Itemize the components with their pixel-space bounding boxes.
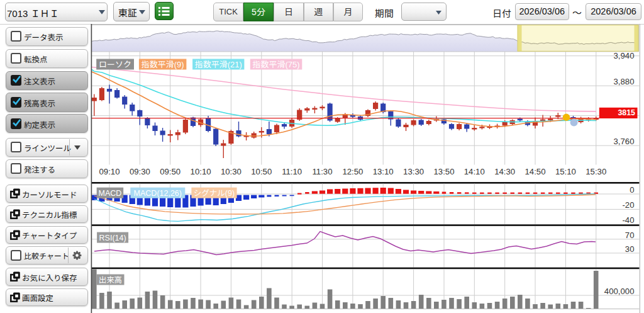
svg-text:指数平滑(21): 指数平滑(21)	[195, 60, 242, 69]
svg-text:0: 0	[630, 185, 634, 195]
svg-text:09:10: 09:10	[99, 167, 119, 176]
svg-text:RSI(14): RSI(14)	[99, 234, 126, 242]
svg-text:3815: 3815	[618, 108, 635, 117]
svg-text:400,000: 400,000	[604, 287, 635, 296]
svg-text:指数平滑(9): 指数平滑(9)	[142, 60, 184, 69]
svg-text:シグナル(9): シグナル(9)	[194, 189, 235, 198]
svg-text:出来高: 出来高	[99, 276, 123, 285]
svg-text:14:30: 14:30	[494, 167, 515, 176]
svg-text:10:10: 10:10	[191, 167, 211, 176]
svg-text:-20: -20	[622, 200, 634, 210]
svg-text:13:30: 13:30	[403, 167, 424, 176]
svg-text:14:10: 14:10	[464, 167, 485, 176]
svg-text:3,940: 3,940	[613, 51, 634, 60]
svg-text:30: 30	[625, 244, 635, 254]
svg-text:10:30: 10:30	[221, 167, 242, 176]
svg-text:11:30: 11:30	[312, 167, 332, 176]
svg-text:10:50: 10:50	[251, 167, 272, 176]
svg-text:14:50: 14:50	[525, 167, 545, 176]
svg-text:12:50: 12:50	[342, 167, 363, 176]
svg-text:11:10: 11:10	[282, 167, 302, 176]
svg-text:3,880: 3,880	[613, 77, 634, 86]
svg-text:3,760: 3,760	[613, 137, 634, 146]
svg-text:-40: -40	[622, 215, 634, 225]
svg-text:15:10: 15:10	[555, 167, 576, 176]
svg-text:09:50: 09:50	[160, 167, 180, 176]
svg-text:ローソク: ローソク	[99, 60, 131, 69]
svg-text:09:30: 09:30	[130, 167, 150, 176]
svg-text:MACD: MACD	[99, 189, 122, 198]
svg-text:15:30: 15:30	[586, 167, 606, 176]
svg-text:70: 70	[625, 230, 635, 240]
svg-text:MACD(12,26): MACD(12,26)	[134, 189, 182, 198]
svg-text:指数平滑(75): 指数平滑(75)	[252, 60, 299, 69]
svg-text:13:50: 13:50	[433, 167, 454, 176]
svg-text:13:10: 13:10	[373, 167, 394, 176]
